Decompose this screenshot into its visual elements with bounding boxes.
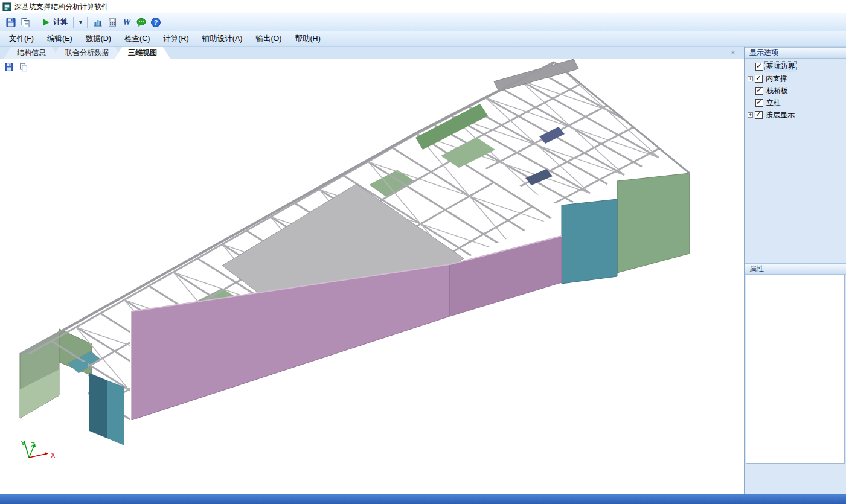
tree-item-label[interactable]: 栈桥板 xyxy=(765,86,789,96)
panel-teal-right xyxy=(562,199,617,284)
chart-button[interactable] xyxy=(91,15,105,30)
copy-button[interactable] xyxy=(18,15,33,30)
run-calc-label: 计算 xyxy=(53,17,68,27)
tab-structure-info[interactable]: 结构信息 xyxy=(4,47,59,59)
properties-header: 属性 xyxy=(745,263,846,275)
menu-check[interactable]: 检查(C) xyxy=(118,32,156,46)
message-icon xyxy=(136,17,147,28)
wall-green-right xyxy=(617,173,690,273)
tab-strip: 结构信息 联合分析数据 三维视图 × xyxy=(0,47,744,59)
calculator-icon xyxy=(107,17,118,28)
help-icon: ? xyxy=(150,17,161,28)
save-button[interactable] xyxy=(4,15,18,30)
main-area: 结构信息 联合分析数据 三维视图 × xyxy=(0,47,745,494)
help-button[interactable]: ? xyxy=(149,15,163,30)
viewport-toolbar xyxy=(3,61,30,73)
tree-item-pit-boundary[interactable]: ✓ 基坑边界 xyxy=(748,60,846,72)
tab-joint-analysis-data[interactable]: 联合分析数据 xyxy=(52,47,122,59)
menu-bar: 文件(F) 编辑(E) 数据(D) 检查(C) 计算(R) 辅助设计(A) 输出… xyxy=(0,31,846,47)
axis-z-label: Z xyxy=(31,441,35,448)
tree-item-label[interactable]: 内支撑 xyxy=(764,74,789,84)
right-panel: 显示选项 ✓ 基坑边界 + ✓ 内支撑 ✓ 栈桥板 xyxy=(745,47,846,494)
menu-aux-design[interactable]: 辅助设计(A) xyxy=(196,32,249,46)
menu-output[interactable]: 输出(O) xyxy=(249,32,288,46)
status-bar xyxy=(0,494,846,504)
model-3d[interactable]: Y Z X xyxy=(0,59,744,494)
tree-item-label[interactable]: 按层显示 xyxy=(764,110,796,120)
title-bar: 深基坑支撑结构分析计算软件 xyxy=(0,0,846,13)
viewport-copy-button[interactable] xyxy=(18,61,30,73)
word-export-button[interactable]: W xyxy=(120,15,134,30)
display-options-header: 显示选项 xyxy=(745,47,846,59)
copy-icon xyxy=(20,17,31,28)
main-toolbar: 计算 ▾ W xyxy=(0,13,846,31)
checkbox-internal-support[interactable]: ✓ xyxy=(755,75,763,83)
expand-icon[interactable]: + xyxy=(748,112,753,118)
checkbox-by-layer[interactable]: ✓ xyxy=(755,111,763,119)
menu-edit[interactable]: 编辑(E) xyxy=(40,32,79,46)
menu-help[interactable]: 帮助(H) xyxy=(288,32,327,46)
close-icon[interactable]: × xyxy=(731,48,735,57)
menu-data[interactable]: 数据(D) xyxy=(79,32,118,46)
message-button[interactable] xyxy=(134,15,149,30)
axis-icon: Y Z X xyxy=(21,439,56,459)
tab-3d-view[interactable]: 三维视图 xyxy=(115,47,170,59)
chevron-down-icon[interactable]: ▾ xyxy=(79,19,82,25)
toolbar-separator xyxy=(87,17,88,28)
save-icon xyxy=(5,17,16,28)
viewport-3d[interactable]: Y Z X xyxy=(0,59,744,494)
checkbox-pit-boundary[interactable]: ✓ xyxy=(755,63,763,71)
tree-item-label[interactable]: 基坑边界 xyxy=(765,62,796,72)
tree-item-label[interactable]: 立柱 xyxy=(765,98,782,108)
panel-spacer xyxy=(745,121,846,263)
menu-calc[interactable]: 计算(R) xyxy=(156,32,195,46)
axis-x-label: X xyxy=(51,451,56,459)
tree-item-internal-support[interactable]: + ✓ 内支撑 xyxy=(748,72,846,85)
copy-icon xyxy=(19,62,28,72)
tree-item-trestle-plate[interactable]: ✓ 栈桥板 xyxy=(748,85,846,97)
tree-item-by-layer[interactable]: + ✓ 按层显示 xyxy=(748,109,846,121)
axis-y-label: Y xyxy=(21,439,25,447)
run-split xyxy=(73,17,74,28)
run-calc-button[interactable]: 计算 ▾ xyxy=(39,15,84,30)
viewport-save-button[interactable] xyxy=(3,61,15,73)
app-window: 深基坑支撑结构分析计算软件 计算 xyxy=(0,0,846,504)
checkbox-column[interactable]: ✓ xyxy=(755,99,763,107)
left-end-walls xyxy=(20,329,92,418)
expand-icon[interactable]: + xyxy=(748,76,753,81)
word-icon: W xyxy=(123,17,130,27)
checkbox-trestle-plate[interactable]: ✓ xyxy=(755,87,763,95)
save-icon xyxy=(4,62,14,72)
app-icon xyxy=(2,2,11,11)
toolbar-separator xyxy=(36,17,36,28)
chart-icon xyxy=(92,17,103,28)
properties-box[interactable] xyxy=(746,275,845,464)
window-title: 深基坑支撑结构分析计算软件 xyxy=(14,2,109,12)
svg-text:?: ? xyxy=(154,19,158,26)
display-options-tree: ✓ 基坑边界 + ✓ 内支撑 ✓ 栈桥板 ✓ 立柱 xyxy=(745,59,846,121)
tree-item-column[interactable]: ✓ 立柱 xyxy=(748,97,846,109)
calculator-button[interactable] xyxy=(105,15,120,30)
menu-file[interactable]: 文件(F) xyxy=(2,32,40,46)
run-icon xyxy=(41,18,51,27)
